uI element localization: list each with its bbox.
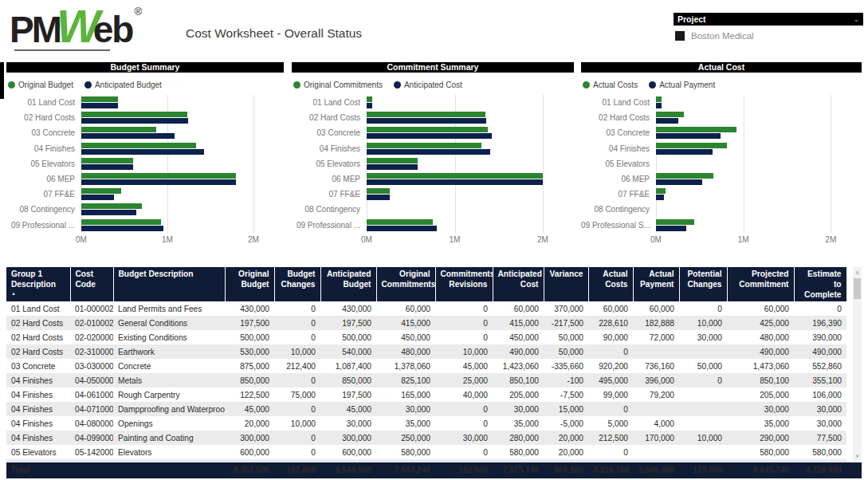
table-cell[interactable]: 580,000 [794, 445, 846, 459]
table-cell[interactable]: 600,000 [225, 445, 274, 459]
table-cell[interactable]: -217,500 [544, 316, 588, 330]
table-cell[interactable]: 197,500 [225, 316, 274, 330]
table-scrollbar[interactable]: ∧ ∨ [853, 267, 862, 462]
table-cell[interactable]: Dampproofing and Waterproofing [113, 402, 225, 416]
table-cell[interactable]: 75,000 [274, 388, 320, 402]
table-cell[interactable]: -7,500 [544, 388, 588, 402]
table-cell[interactable]: 0 [435, 330, 493, 344]
bar-anticipated-budget[interactable] [81, 226, 163, 231]
table-cell[interactable] [679, 416, 727, 431]
table-cell[interactable]: 0 [274, 330, 320, 344]
column-header-estimate-to-complete[interactable]: Estimate to Complete [794, 267, 846, 301]
table-row[interactable]: 04 Finishes04-071000Dampproofing and Wat… [6, 402, 846, 416]
table-cell[interactable]: 415,000 [493, 316, 544, 330]
table-cell[interactable]: 0 [679, 301, 727, 316]
table-cell[interactable]: 580,000 [727, 445, 794, 459]
table-cell[interactable]: 165,000 [376, 388, 435, 402]
bar-actual-payment[interactable] [656, 133, 721, 139]
table-cell[interactable]: 10,000 [435, 344, 493, 359]
table-cell[interactable]: 04-071000 [70, 402, 113, 416]
table-row[interactable]: 01 Land Cost01-000002Land Permits and Fe… [6, 301, 846, 316]
table-cell[interactable]: 182,888 [633, 316, 679, 330]
table-cell[interactable]: Land Permits and Fees [113, 301, 225, 316]
table-cell[interactable]: 02-020000 [70, 330, 113, 344]
table-cell[interactable]: 10,000 [274, 416, 320, 431]
table-cell[interactable]: 04 Finishes [6, 431, 70, 445]
table-cell[interactable]: 25,000 [435, 373, 493, 388]
table-cell[interactable]: 35,000 [376, 416, 435, 431]
table-cell[interactable]: 0 [435, 301, 493, 316]
bar-actual-costs[interactable] [656, 188, 666, 194]
column-header-potential-changes[interactable]: Potential Changes [679, 267, 727, 301]
table-cell[interactable]: 0 [435, 416, 493, 431]
table-cell[interactable]: 106,000 [794, 388, 846, 402]
table-row[interactable]: 05 Elevators05-142000Elevators600,000060… [6, 445, 846, 459]
table-cell[interactable]: 20,000 [225, 416, 274, 431]
chevron-down-icon[interactable]: ⌄ [853, 15, 859, 23]
scrollbar-thumb[interactable] [854, 278, 861, 299]
table-cell[interactable]: 0 [679, 373, 727, 388]
table-cell[interactable]: 600,000 [320, 445, 376, 459]
bar-original-budget[interactable] [81, 143, 196, 148]
table-row[interactable]: 04 Finishes04-080000Openings20,00010,000… [6, 416, 846, 431]
bar-anticipated-cost[interactable] [367, 149, 490, 155]
table-cell[interactable]: 50,000 [544, 344, 588, 359]
bar-actual-costs[interactable] [656, 143, 727, 148]
table-cell[interactable]: 1,378,060 [376, 359, 435, 373]
table-cell[interactable]: Concrete [113, 359, 225, 373]
table-cell[interactable]: 1,087,400 [320, 359, 376, 373]
table-cell[interactable]: 60,000 [633, 301, 679, 316]
column-header-group-1-description[interactable]: Group 1 Description▲ [6, 267, 70, 301]
checkbox-icon[interactable] [675, 31, 685, 41]
table-cell[interactable]: 77,500 [794, 431, 846, 445]
table-cell[interactable]: General Conditions [113, 316, 225, 330]
bar-original-budget[interactable] [81, 188, 121, 194]
table-cell[interactable]: -100 [544, 373, 588, 388]
table-cell[interactable]: 01 Land Cost [6, 301, 70, 316]
scroll-up-icon[interactable]: ∧ [853, 270, 862, 276]
table-cell[interactable]: 850,100 [727, 373, 794, 388]
column-header-anticipated-cost[interactable]: Anticipated Cost [493, 267, 544, 301]
table-cell[interactable]: 0 [274, 301, 320, 316]
table-cell[interactable]: 60,000 [493, 301, 544, 316]
bar-original-budget[interactable] [81, 219, 161, 225]
table-cell[interactable]: 290,000 [727, 431, 794, 445]
table-cell[interactable]: 920,200 [588, 359, 633, 373]
table-cell[interactable]: 30,000 [320, 416, 376, 431]
bar-anticipated-cost[interactable] [367, 133, 492, 139]
table-cell[interactable]: Existing Conditions [113, 330, 225, 344]
bar-anticipated-cost[interactable] [367, 195, 390, 200]
table-cell[interactable]: 10,000 [679, 316, 727, 330]
bar-anticipated-budget[interactable] [81, 164, 133, 170]
table-row[interactable]: 04 Finishes04-061000Rough Carpentry122,5… [6, 388, 846, 402]
table-cell[interactable]: 03 Concrete [6, 359, 70, 373]
table-cell[interactable]: 30,000 [493, 402, 544, 416]
table-row[interactable]: 04 Finishes04-099000Painting and Coating… [6, 431, 846, 445]
table-cell[interactable]: Metals [113, 373, 225, 388]
bar-actual-payment[interactable] [656, 195, 664, 200]
table-cell[interactable]: Openings [113, 416, 225, 431]
table-cell[interactable]: 20,000 [544, 445, 588, 459]
column-header-anticipated-budget[interactable]: Anticipated Budget [320, 267, 376, 301]
table-cell[interactable]: 35,000 [493, 416, 544, 431]
table-cell[interactable]: 0 [274, 373, 320, 388]
bar-anticipated-budget[interactable] [81, 195, 114, 200]
bar-original-budget[interactable] [81, 127, 156, 132]
table-cell[interactable]: Elevators [113, 445, 225, 459]
table-cell[interactable]: 79,200 [633, 388, 679, 402]
table-cell[interactable]: 0 [274, 445, 320, 459]
table-cell[interactable]: 04-099000 [70, 431, 113, 445]
table-cell[interactable]: 875,000 [225, 359, 274, 373]
table-cell[interactable]: 205,000 [493, 388, 544, 402]
bar-actual-costs[interactable] [656, 127, 736, 132]
table-cell[interactable]: 495,000 [588, 373, 633, 388]
column-header-budget-description[interactable]: Budget Description [113, 267, 225, 301]
table-cell[interactable]: 170,000 [633, 431, 679, 445]
table-cell[interactable]: 480,000 [727, 330, 794, 344]
bar-original-commitments[interactable] [367, 158, 418, 163]
table-cell[interactable]: 50,000 [679, 359, 727, 373]
table-cell[interactable]: 45,000 [225, 402, 274, 416]
bar-actual-payment[interactable] [656, 226, 686, 231]
table-cell[interactable]: 20,000 [544, 431, 588, 445]
bar-actual-costs[interactable] [656, 219, 694, 225]
